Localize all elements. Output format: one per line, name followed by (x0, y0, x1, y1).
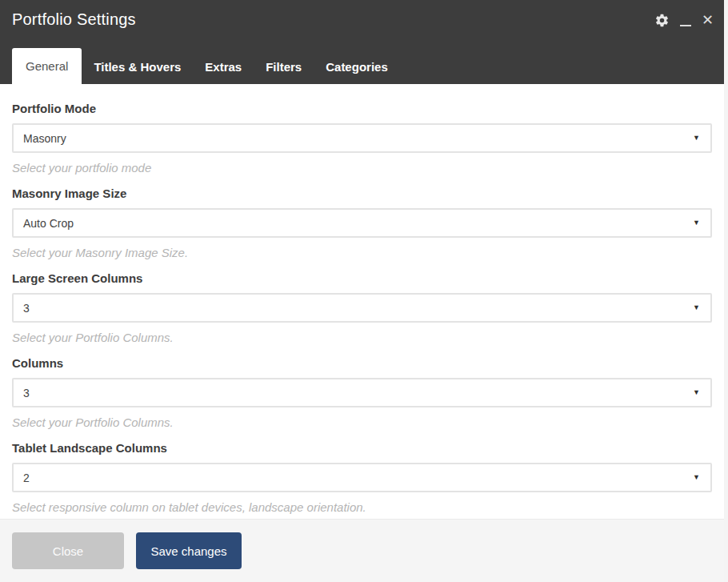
gear-icon (654, 13, 670, 28)
minimize-button[interactable] (680, 13, 691, 28)
tab-categories[interactable]: Categories (314, 50, 400, 84)
select-value: Masonry (23, 132, 66, 145)
field-help-text: Select your Masonry Image Size. (12, 245, 712, 260)
dropdown-arrow-icon: ▼ (693, 474, 700, 481)
columns-select[interactable]: 3 ▼ (12, 378, 712, 407)
field-masonry-image-size: Masonry Image Size Auto Crop ▼ Select yo… (12, 187, 712, 260)
select-value: Auto Crop (23, 217, 74, 230)
window-controls: ✕ (654, 13, 714, 28)
dropdown-arrow-icon: ▼ (693, 134, 700, 142)
field-help-text: Select responsive column on tablet devic… (12, 500, 712, 515)
dropdown-arrow-icon: ▼ (693, 219, 700, 227)
field-label: Large Screen Columns (12, 271, 712, 286)
field-label: Masonry Image Size (12, 187, 712, 201)
large-screen-columns-select[interactable]: 3 ▼ (12, 293, 712, 323)
close-icon: ✕ (702, 12, 714, 28)
minimize-icon (680, 25, 691, 26)
field-label: Portfolio Mode (12, 102, 712, 116)
select-value: 2 (23, 472, 30, 484)
field-label: Columns (12, 356, 712, 371)
dialog-header: Portfolio Settings ✕ General Titles & Ho… (0, 0, 724, 84)
tablet-landscape-columns-select[interactable]: 2 ▼ (12, 463, 712, 492)
portfolio-settings-dialog: Portfolio Settings ✕ General Titles & Ho… (0, 0, 724, 582)
select-value: 3 (23, 387, 30, 399)
field-tablet-landscape-columns: Tablet Landscape Columns 2 ▼ Select resp… (12, 441, 712, 515)
tab-titles-hovers[interactable]: Titles & Hovers (82, 50, 193, 84)
field-columns: Columns 3 ▼ Select your Portfolio Column… (12, 356, 712, 430)
dialog-title: Portfolio Settings (12, 10, 136, 29)
settings-gear-button[interactable] (654, 13, 670, 28)
tab-extras[interactable]: Extras (193, 50, 254, 84)
tab-general[interactable]: General (12, 48, 82, 84)
tab-filters[interactable]: Filters (254, 50, 314, 84)
settings-tabs: General Titles & Hovers Extras Filters C… (12, 48, 400, 84)
save-changes-button[interactable]: Save changes (136, 532, 242, 569)
dropdown-arrow-icon: ▼ (693, 389, 700, 396)
close-dialog-button[interactable]: Close (12, 532, 124, 569)
field-label: Tablet Landscape Columns (12, 441, 712, 456)
masonry-image-size-select[interactable]: Auto Crop ▼ (12, 208, 712, 238)
dialog-footer: Close Save changes (0, 519, 724, 582)
dropdown-arrow-icon: ▼ (693, 304, 700, 311)
field-help-text: Select your Portfolio Columns. (12, 415, 712, 430)
general-tab-panel: Portfolio Mode Masonry ▼ Select your por… (0, 84, 724, 515)
field-help-text: Select your portfolio mode (12, 160, 712, 175)
field-large-screen-columns: Large Screen Columns 3 ▼ Select your Por… (12, 271, 712, 345)
portfolio-mode-select[interactable]: Masonry ▼ (12, 123, 712, 153)
field-help-text: Select your Portfolio Columns. (12, 330, 712, 345)
select-value: 3 (23, 302, 30, 315)
field-portfolio-mode: Portfolio Mode Masonry ▼ Select your por… (12, 102, 712, 175)
close-button[interactable]: ✕ (702, 13, 714, 28)
